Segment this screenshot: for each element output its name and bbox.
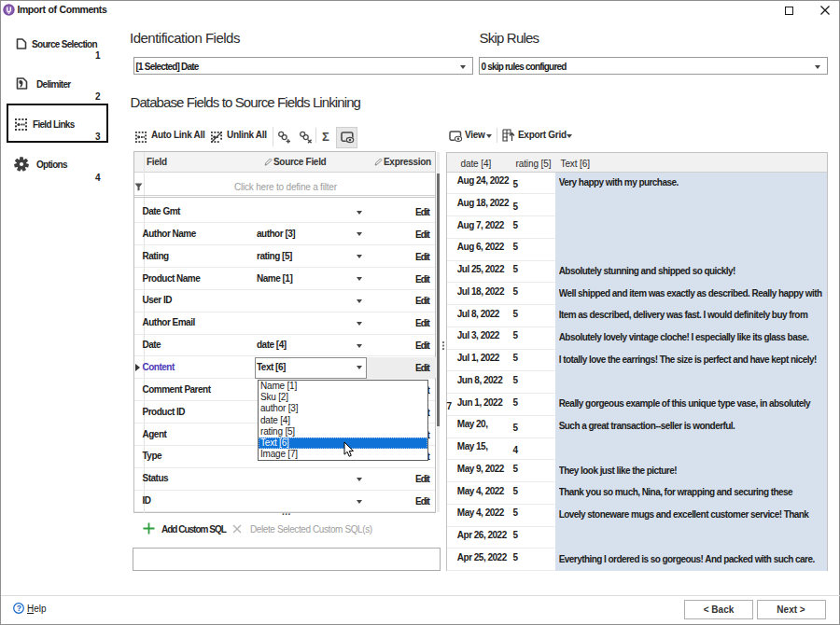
svg-text:?: ? — [17, 604, 21, 613]
